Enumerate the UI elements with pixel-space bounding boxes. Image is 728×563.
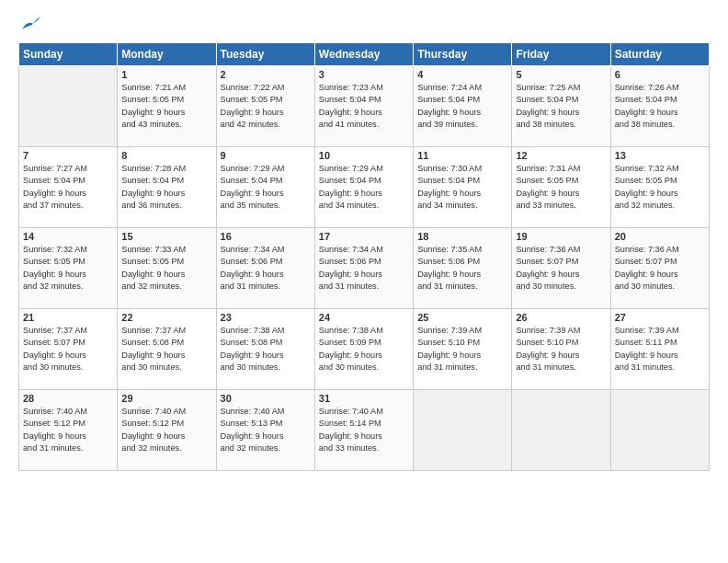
day-info: Sunrise: 7:26 AM Sunset: 5:04 PM Dayligh… [615, 82, 705, 131]
day-number: 12 [516, 150, 606, 161]
calendar-cell: 30Sunrise: 7:40 AM Sunset: 5:13 PM Dayli… [216, 390, 314, 471]
week-row-4: 28Sunrise: 7:40 AM Sunset: 5:12 PM Dayli… [19, 390, 710, 471]
week-row-0: 1Sunrise: 7:21 AM Sunset: 5:05 PM Daylig… [19, 66, 710, 147]
day-number: 10 [319, 150, 409, 161]
calendar-cell: 7Sunrise: 7:27 AM Sunset: 5:04 PM Daylig… [19, 147, 118, 228]
page: SundayMondayTuesdayWednesdayThursdayFrid… [0, 0, 728, 563]
day-number: 21 [23, 312, 113, 323]
day-info: Sunrise: 7:39 AM Sunset: 5:10 PM Dayligh… [417, 325, 507, 373]
day-number: 17 [319, 231, 409, 242]
calendar-cell: 18Sunrise: 7:35 AM Sunset: 5:06 PM Dayli… [414, 228, 512, 309]
weekday-row: SundayMondayTuesdayWednesdayThursdayFrid… [19, 43, 710, 66]
calendar-cell: 28Sunrise: 7:40 AM Sunset: 5:12 PM Dayli… [19, 390, 118, 471]
weekday-header-thursday: Thursday [414, 43, 512, 66]
calendar-cell: 17Sunrise: 7:34 AM Sunset: 5:06 PM Dayli… [314, 228, 413, 309]
day-info: Sunrise: 7:36 AM Sunset: 5:07 PM Dayligh… [516, 244, 606, 293]
day-number: 4 [417, 69, 507, 80]
day-number: 30 [221, 393, 311, 404]
day-number: 2 [221, 69, 311, 80]
calendar-cell: 4Sunrise: 7:24 AM Sunset: 5:04 PM Daylig… [414, 66, 512, 147]
day-number: 11 [417, 150, 507, 161]
calendar-cell: 22Sunrise: 7:37 AM Sunset: 5:08 PM Dayli… [118, 309, 216, 390]
calendar-cell: 10Sunrise: 7:29 AM Sunset: 5:04 PM Dayli… [314, 147, 413, 228]
calendar-cell: 31Sunrise: 7:40 AM Sunset: 5:14 PM Dayli… [314, 390, 413, 471]
day-number: 3 [319, 69, 409, 80]
day-info: Sunrise: 7:38 AM Sunset: 5:08 PM Dayligh… [221, 325, 311, 373]
day-number: 19 [516, 231, 606, 242]
day-info: Sunrise: 7:35 AM Sunset: 5:06 PM Dayligh… [417, 244, 507, 293]
day-number: 28 [23, 393, 113, 404]
day-number: 25 [417, 312, 507, 323]
day-info: Sunrise: 7:37 AM Sunset: 5:08 PM Dayligh… [121, 325, 211, 373]
calendar-cell: 2Sunrise: 7:22 AM Sunset: 5:05 PM Daylig… [216, 66, 314, 147]
calendar-cell: 26Sunrise: 7:39 AM Sunset: 5:10 PM Dayli… [512, 309, 610, 390]
calendar-body: 1Sunrise: 7:21 AM Sunset: 5:05 PM Daylig… [19, 66, 710, 471]
week-row-3: 21Sunrise: 7:37 AM Sunset: 5:07 PM Dayli… [19, 309, 710, 390]
weekday-header-friday: Friday [512, 43, 610, 66]
calendar-cell: 29Sunrise: 7:40 AM Sunset: 5:12 PM Dayli… [118, 390, 216, 471]
calendar-cell: 11Sunrise: 7:30 AM Sunset: 5:04 PM Dayli… [414, 147, 512, 228]
day-info: Sunrise: 7:33 AM Sunset: 5:05 PM Dayligh… [121, 244, 211, 293]
weekday-header-wednesday: Wednesday [314, 43, 413, 66]
calendar-cell [19, 66, 118, 147]
day-info: Sunrise: 7:39 AM Sunset: 5:11 PM Dayligh… [615, 325, 705, 373]
calendar-cell [512, 390, 610, 471]
calendar-cell: 6Sunrise: 7:26 AM Sunset: 5:04 PM Daylig… [610, 66, 709, 147]
calendar-cell: 3Sunrise: 7:23 AM Sunset: 5:04 PM Daylig… [314, 66, 413, 147]
day-info: Sunrise: 7:30 AM Sunset: 5:04 PM Dayligh… [417, 163, 507, 212]
day-info: Sunrise: 7:28 AM Sunset: 5:04 PM Dayligh… [121, 163, 211, 212]
header [18, 17, 710, 33]
calendar-cell: 21Sunrise: 7:37 AM Sunset: 5:07 PM Dayli… [19, 309, 118, 390]
day-info: Sunrise: 7:29 AM Sunset: 5:04 PM Dayligh… [221, 163, 311, 212]
day-number: 31 [319, 393, 409, 404]
day-number: 26 [516, 312, 606, 323]
day-info: Sunrise: 7:27 AM Sunset: 5:04 PM Dayligh… [23, 163, 113, 212]
calendar-cell: 27Sunrise: 7:39 AM Sunset: 5:11 PM Dayli… [610, 309, 709, 390]
day-info: Sunrise: 7:31 AM Sunset: 5:05 PM Dayligh… [516, 163, 606, 212]
calendar: SundayMondayTuesdayWednesdayThursdayFrid… [18, 42, 710, 471]
day-number: 16 [221, 231, 311, 242]
day-info: Sunrise: 7:34 AM Sunset: 5:06 PM Dayligh… [319, 244, 409, 293]
calendar-cell: 16Sunrise: 7:34 AM Sunset: 5:06 PM Dayli… [216, 228, 314, 309]
weekday-header-tuesday: Tuesday [216, 43, 314, 66]
day-info: Sunrise: 7:32 AM Sunset: 5:05 PM Dayligh… [615, 163, 705, 212]
logo-bird-icon [20, 17, 40, 33]
day-number: 14 [23, 231, 113, 242]
day-number: 24 [319, 312, 409, 323]
day-number: 6 [615, 69, 705, 80]
day-info: Sunrise: 7:34 AM Sunset: 5:06 PM Dayligh… [221, 244, 311, 293]
day-info: Sunrise: 7:22 AM Sunset: 5:05 PM Dayligh… [221, 82, 311, 131]
day-number: 5 [516, 69, 606, 80]
weekday-header-saturday: Saturday [610, 43, 709, 66]
day-number: 15 [121, 231, 211, 242]
day-info: Sunrise: 7:40 AM Sunset: 5:13 PM Dayligh… [221, 406, 311, 454]
day-info: Sunrise: 7:40 AM Sunset: 5:14 PM Dayligh… [319, 406, 409, 454]
day-info: Sunrise: 7:32 AM Sunset: 5:05 PM Dayligh… [23, 244, 113, 293]
day-number: 22 [121, 312, 211, 323]
day-number: 18 [417, 231, 507, 242]
day-info: Sunrise: 7:25 AM Sunset: 5:04 PM Dayligh… [516, 82, 606, 131]
day-info: Sunrise: 7:24 AM Sunset: 5:04 PM Dayligh… [417, 82, 507, 131]
day-number: 1 [121, 69, 211, 80]
day-number: 13 [615, 150, 705, 161]
calendar-cell: 14Sunrise: 7:32 AM Sunset: 5:05 PM Dayli… [19, 228, 118, 309]
day-info: Sunrise: 7:36 AM Sunset: 5:07 PM Dayligh… [615, 244, 705, 293]
day-info: Sunrise: 7:39 AM Sunset: 5:10 PM Dayligh… [516, 325, 606, 373]
day-info: Sunrise: 7:21 AM Sunset: 5:05 PM Dayligh… [121, 82, 211, 131]
calendar-cell: 9Sunrise: 7:29 AM Sunset: 5:04 PM Daylig… [216, 147, 314, 228]
weekday-header-monday: Monday [118, 43, 216, 66]
week-row-1: 7Sunrise: 7:27 AM Sunset: 5:04 PM Daylig… [19, 147, 710, 228]
day-number: 7 [23, 150, 113, 161]
calendar-cell: 12Sunrise: 7:31 AM Sunset: 5:05 PM Dayli… [512, 147, 610, 228]
calendar-cell: 23Sunrise: 7:38 AM Sunset: 5:08 PM Dayli… [216, 309, 314, 390]
calendar-cell: 15Sunrise: 7:33 AM Sunset: 5:05 PM Dayli… [118, 228, 216, 309]
calendar-cell: 20Sunrise: 7:36 AM Sunset: 5:07 PM Dayli… [610, 228, 709, 309]
calendar-cell: 25Sunrise: 7:39 AM Sunset: 5:10 PM Dayli… [414, 309, 512, 390]
weekday-header-sunday: Sunday [19, 43, 118, 66]
day-info: Sunrise: 7:38 AM Sunset: 5:09 PM Dayligh… [319, 325, 409, 373]
calendar-cell [414, 390, 512, 471]
day-info: Sunrise: 7:37 AM Sunset: 5:07 PM Dayligh… [23, 325, 113, 373]
calendar-cell [610, 390, 709, 471]
calendar-cell: 24Sunrise: 7:38 AM Sunset: 5:09 PM Dayli… [314, 309, 413, 390]
day-info: Sunrise: 7:23 AM Sunset: 5:04 PM Dayligh… [319, 82, 409, 131]
